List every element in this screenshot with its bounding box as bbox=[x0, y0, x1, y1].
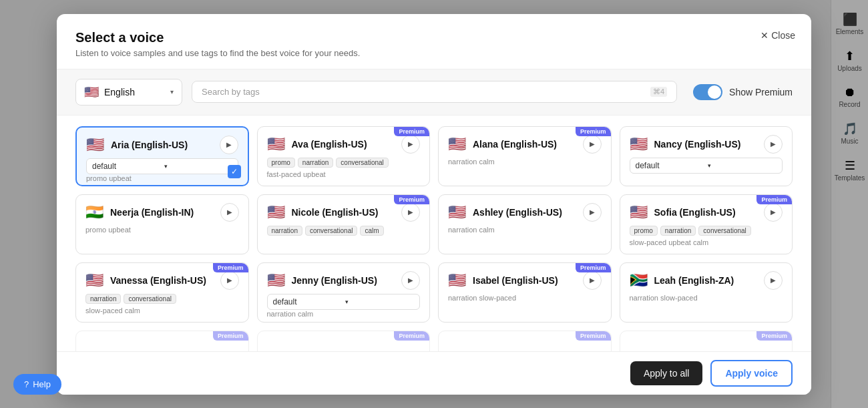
voice-card-header: 🇺🇸 Isabel (English-US) ▶ bbox=[448, 271, 602, 290]
premium-badge: Premium bbox=[756, 331, 792, 341]
voice-card-placeholder-3[interactable]: Premium bbox=[620, 331, 793, 351]
play-button-vanessa[interactable]: ▶ bbox=[220, 271, 239, 290]
voice-dropdown-value: default bbox=[273, 297, 342, 307]
chevron-down-icon: ▾ bbox=[345, 298, 414, 305]
voice-description: narration calm bbox=[448, 226, 602, 234]
voice-description: narration slow-paced bbox=[630, 294, 783, 302]
modal-subtitle: Listen to voice samples and use tags to … bbox=[75, 48, 793, 58]
voice-tag: narration bbox=[298, 158, 333, 168]
voice-card-header: 🇺🇸 Nancy (English-US) ▶ bbox=[630, 135, 783, 154]
modal-footer: Apply to all Apply voice bbox=[57, 351, 811, 395]
premium-toggle[interactable] bbox=[693, 84, 722, 100]
voice-name: Neerja (English-IN) bbox=[110, 207, 214, 218]
voice-tag: promo bbox=[267, 158, 295, 168]
modal-header: Select a voice Listen to voice samples a… bbox=[57, 14, 811, 69]
search-shortcut: ⌘4 bbox=[650, 87, 667, 97]
voice-card-placeholder-1[interactable]: Premium bbox=[257, 331, 431, 351]
voice-card-header: 🇺🇸 Sofia (English-US) ▶ bbox=[630, 203, 783, 222]
voice-tags: narrationconversationalcalm bbox=[267, 226, 421, 236]
voice-dropdown-value: default bbox=[92, 162, 160, 171]
voice-card-aria[interactable]: 🇺🇸 Aria (English-US) ▶ default ▾ promo u… bbox=[75, 126, 249, 186]
voice-flag: 🇺🇸 bbox=[85, 272, 103, 289]
voice-card-ashley[interactable]: 🇺🇸 Ashley (English-US) ▶ narration calm bbox=[438, 194, 612, 254]
voice-name: Aria (English-US) bbox=[111, 140, 213, 150]
play-button-aria[interactable]: ▶ bbox=[220, 136, 238, 154]
voice-flag: 🇺🇸 bbox=[267, 136, 285, 153]
voice-dropdown-aria[interactable]: default ▾ bbox=[86, 158, 238, 174]
voice-card-nancy[interactable]: 🇺🇸 Nancy (English-US) ▶ default ▾ bbox=[620, 126, 793, 186]
play-button-ashley[interactable]: ▶ bbox=[583, 203, 602, 222]
voice-tag: narration bbox=[267, 226, 302, 236]
modal-close-button[interactable]: ✕ Close bbox=[761, 30, 795, 41]
voice-description: narration slow-paced bbox=[448, 294, 602, 302]
voice-tags: promonarrationconversational bbox=[267, 158, 421, 168]
voice-card-jenny[interactable]: 🇺🇸 Jenny (English-US) ▶ default ▾ narrat… bbox=[257, 262, 431, 323]
voice-card-neerja[interactable]: 🇮🇳 Neerja (English-IN) ▶ promo upbeat bbox=[75, 194, 249, 254]
voice-card-placeholder-2[interactable]: Premium bbox=[438, 331, 612, 351]
voice-dropdown-jenny[interactable]: default ▾ bbox=[267, 294, 421, 310]
voice-card-header: 🇺🇸 Alana (English-US) ▶ bbox=[448, 135, 602, 154]
voice-dropdown-value: default bbox=[636, 161, 704, 170]
premium-badge: Premium bbox=[394, 331, 429, 341]
premium-badge: Premium bbox=[756, 195, 792, 204]
voice-tag: calm bbox=[360, 226, 383, 236]
premium-badge: Premium bbox=[394, 127, 429, 136]
play-button-sofia[interactable]: ▶ bbox=[764, 203, 783, 222]
voice-name: Vanessa (English-US) bbox=[110, 275, 214, 286]
help-button[interactable]: ? Help bbox=[13, 374, 61, 395]
voice-name: Nancy (English-US) bbox=[654, 139, 758, 150]
voice-tags: promonarrationconversational bbox=[630, 226, 783, 236]
voice-description: narration calm bbox=[448, 158, 602, 166]
voice-description: promo upbeat bbox=[86, 174, 238, 182]
voice-card-placeholder-0[interactable]: Premium bbox=[75, 331, 249, 351]
voice-card-leah[interactable]: 🇿🇦 Leah (English-ZA) ▶ narration slow-pa… bbox=[620, 262, 793, 323]
voice-tag: narration bbox=[660, 226, 696, 236]
modal-overlay: Select a voice Listen to voice samples a… bbox=[0, 0, 868, 408]
voice-flag: 🇺🇸 bbox=[630, 136, 648, 153]
play-button-ava[interactable]: ▶ bbox=[401, 135, 420, 154]
search-tags-input[interactable]: Search by tags ⌘4 bbox=[192, 81, 677, 103]
voice-name: Alana (English-US) bbox=[473, 139, 576, 150]
language-select[interactable]: 🇺🇸 English ▾ bbox=[75, 79, 182, 106]
voice-card-header: 🇺🇸 Vanessa (English-US) ▶ bbox=[85, 271, 239, 290]
play-button-nicole[interactable]: ▶ bbox=[401, 203, 420, 222]
play-button-leah[interactable]: ▶ bbox=[764, 271, 783, 290]
apply-to-all-button[interactable]: Apply to all bbox=[630, 361, 702, 385]
voice-card-vanessa[interactable]: Premium 🇺🇸 Vanessa (English-US) ▶ narrat… bbox=[75, 262, 249, 323]
voice-card-header: 🇿🇦 Leah (English-ZA) ▶ bbox=[630, 271, 783, 290]
apply-voice-button[interactable]: Apply voice bbox=[710, 360, 793, 387]
play-button-nancy[interactable]: ▶ bbox=[764, 135, 783, 154]
help-label: Help bbox=[33, 379, 51, 389]
voice-tag: promo bbox=[630, 226, 658, 236]
voice-tag: narration bbox=[85, 294, 121, 304]
voice-dropdown-nancy[interactable]: default ▾ bbox=[630, 158, 783, 174]
voice-card-ava[interactable]: Premium 🇺🇸 Ava (English-US) ▶ promonarra… bbox=[257, 126, 431, 186]
filters-row: 🇺🇸 English ▾ Search by tags ⌘4 Show Prem… bbox=[57, 69, 811, 116]
voice-tag: conversational bbox=[336, 158, 388, 168]
voice-card-alana[interactable]: Premium 🇺🇸 Alana (English-US) ▶ narratio… bbox=[438, 126, 612, 186]
voice-flag: 🇺🇸 bbox=[267, 272, 285, 289]
voice-card-sofia[interactable]: Premium 🇺🇸 Sofia (English-US) ▶ promonar… bbox=[620, 194, 793, 254]
play-button-alana[interactable]: ▶ bbox=[583, 135, 602, 154]
voice-tags: narrationconversational bbox=[85, 294, 239, 304]
voice-flag: 🇺🇸 bbox=[630, 204, 648, 221]
play-button-isabel[interactable]: ▶ bbox=[583, 271, 602, 290]
chevron-down-icon: ▾ bbox=[170, 88, 174, 95]
voice-tag: conversational bbox=[305, 226, 357, 236]
language-flag: 🇺🇸 bbox=[84, 85, 99, 99]
selected-checkmark: ✓ bbox=[228, 165, 241, 178]
premium-toggle-row: Show Premium bbox=[693, 84, 793, 100]
voice-flag: 🇺🇸 bbox=[448, 204, 466, 221]
play-button-jenny[interactable]: ▶ bbox=[401, 271, 420, 290]
voice-flag: 🇺🇸 bbox=[86, 136, 104, 154]
play-button-neerja[interactable]: ▶ bbox=[220, 203, 239, 222]
search-tags-placeholder: Search by tags bbox=[202, 87, 645, 97]
voice-card-isabel[interactable]: Premium 🇺🇸 Isabel (English-US) ▶ narrati… bbox=[438, 262, 612, 323]
voice-tag: conversational bbox=[698, 226, 750, 236]
voice-card-nicole[interactable]: Premium 🇺🇸 Nicole (English-US) ▶ narrati… bbox=[257, 194, 431, 254]
premium-badge: Premium bbox=[576, 263, 611, 272]
premium-badge: Premium bbox=[576, 331, 611, 341]
select-voice-modal: Select a voice Listen to voice samples a… bbox=[57, 14, 811, 395]
voice-flag: 🇺🇸 bbox=[448, 136, 466, 153]
chevron-down-icon: ▾ bbox=[708, 162, 777, 169]
